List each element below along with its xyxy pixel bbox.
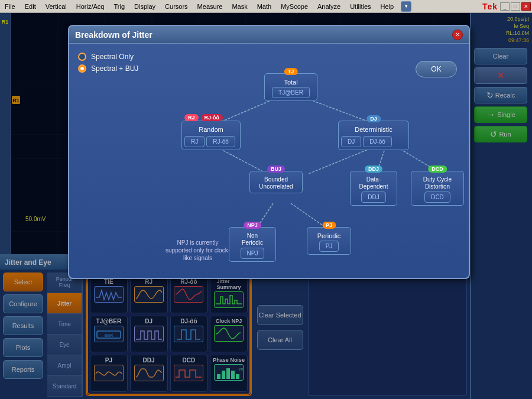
node-bounded: BUJ BoundedUncorrelated — [249, 171, 303, 193]
npj-node-btn[interactable]: NPJ — [241, 248, 265, 259]
tag-dcd: DCD — [428, 166, 447, 173]
menu-dropdown-btn[interactable]: ▼ — [401, 1, 411, 12]
dialog-titlebar: Breakdown of Jitter ✕ — [69, 26, 469, 44]
tag-rj: RJ — [184, 114, 199, 121]
dialog-close-btn[interactable]: ✕ — [452, 30, 463, 40]
menubar: File Edit Vertical Horiz/Acq Trig Displa… — [0, 0, 532, 13]
node-datadep: DDJ Data-Dependent DDJ — [350, 171, 397, 206]
menu-help[interactable]: Help — [376, 2, 399, 11]
menu-file[interactable]: File — [0, 2, 20, 11]
rj-node-btn[interactable]: RJ — [184, 136, 205, 147]
radio-circle-spectral-only — [78, 53, 86, 61]
radio-circle-spectral-buj — [78, 64, 86, 73]
tag-ddj: DDJ — [365, 166, 382, 173]
menu-analyze[interactable]: Analyze — [313, 2, 345, 11]
radio-label-spectral-only: Spectral Only — [91, 53, 134, 61]
bounded-label: BoundedUncorrelated — [252, 176, 300, 190]
tag-buj: BUJ — [267, 166, 285, 173]
datadep-label: Data-Dependent — [353, 176, 394, 190]
node-total: TJ Total TJ@BER — [264, 73, 317, 101]
tag-rjdd: RJ-ôô — [201, 114, 223, 121]
rjdd-node-btn[interactable]: RJ-ôô — [206, 136, 235, 147]
periodic-label: Periodic — [310, 232, 348, 239]
dutycycle-label: Duty CycleDistortion — [414, 176, 461, 190]
npj-note: NPJ is currently supported only for cloc… — [164, 239, 232, 262]
chevron-down-icon: ▼ — [404, 4, 408, 9]
tag-npj: NPJ — [244, 222, 261, 229]
window-close-btn[interactable]: ✕ — [521, 2, 531, 11]
total-label: Total — [267, 79, 314, 86]
pj-node-btn[interactable]: PJ — [319, 241, 339, 252]
radio-label-spectral-buj: Spectral + BUJ — [91, 64, 138, 73]
tree-diagram: TJ Total TJ@BER RJ RJ-ôô Random RJ RJ-ôô — [164, 61, 457, 274]
random-btns: RJ RJ-ôô — [184, 135, 238, 147]
menu-edit[interactable]: Edit — [20, 2, 41, 11]
node-periodic: PJ Periodic PJ — [307, 227, 351, 255]
menu-horizacq[interactable]: Horiz/Acq — [72, 2, 109, 11]
tag-pj: PJ — [322, 222, 336, 229]
dj-node-btn[interactable]: DJ — [341, 136, 361, 147]
ddj-node-btn[interactable]: DDJ — [361, 192, 385, 203]
svg-line-16 — [217, 147, 267, 174]
node-deterministic: DJ Deterministic DJ DJ-ôô — [338, 121, 409, 150]
menu-display[interactable]: Display — [129, 2, 160, 11]
ok-btn[interactable]: OK — [416, 61, 457, 77]
menu-vertical[interactable]: Vertical — [41, 2, 72, 11]
tag-dj: DJ — [366, 115, 381, 122]
menu-measure[interactable]: Measure — [193, 2, 228, 11]
tjber-btn[interactable]: TJ@BER — [272, 87, 310, 98]
window-maximize-btn[interactable]: □ — [511, 2, 520, 11]
nonperiodic-label: NonPeriodic — [232, 232, 273, 246]
svg-line-17 — [309, 147, 374, 174]
node-nonperiodic: NPJ NonPeriodic NPJ — [229, 227, 276, 262]
menu-math[interactable]: Math — [252, 2, 276, 11]
jitter-breakdown-dialog: Breakdown of Jitter ✕ Spectral Only Spec… — [68, 25, 470, 279]
dialog-content: Spectral Only Spectral + BUJ — [69, 44, 469, 86]
deterministic-label: Deterministic — [341, 126, 406, 133]
node-dutycycle: DCD Duty CycleDistortion DCD — [411, 171, 464, 206]
menu-utilities[interactable]: Utilities — [345, 2, 375, 11]
dialog-overlay: Breakdown of Jitter ✕ Spectral Only Spec… — [0, 13, 532, 399]
dialog-title: Breakdown of Jitter — [75, 30, 153, 40]
menu-cursors[interactable]: Cursors — [160, 2, 193, 11]
menu-trig[interactable]: Trig — [109, 2, 129, 11]
window-minimize-btn[interactable]: _ — [500, 2, 510, 11]
brand-logo: Tek — [482, 2, 498, 11]
menu-myscope[interactable]: MyScope — [276, 2, 313, 11]
tag-tj: TJ — [284, 68, 298, 75]
node-random: RJ RJ-ôô Random RJ RJ-ôô — [181, 121, 241, 150]
dcd-node-btn[interactable]: DCD — [424, 192, 450, 203]
djdd-node-btn[interactable]: DJ-ôô — [363, 136, 392, 147]
menu-mask[interactable]: Mask — [227, 2, 252, 11]
random-label: Random — [184, 126, 238, 133]
radio-spectral-only[interactable]: Spectral Only — [78, 53, 460, 61]
deterministic-btns: DJ DJ-ôô — [341, 135, 406, 147]
